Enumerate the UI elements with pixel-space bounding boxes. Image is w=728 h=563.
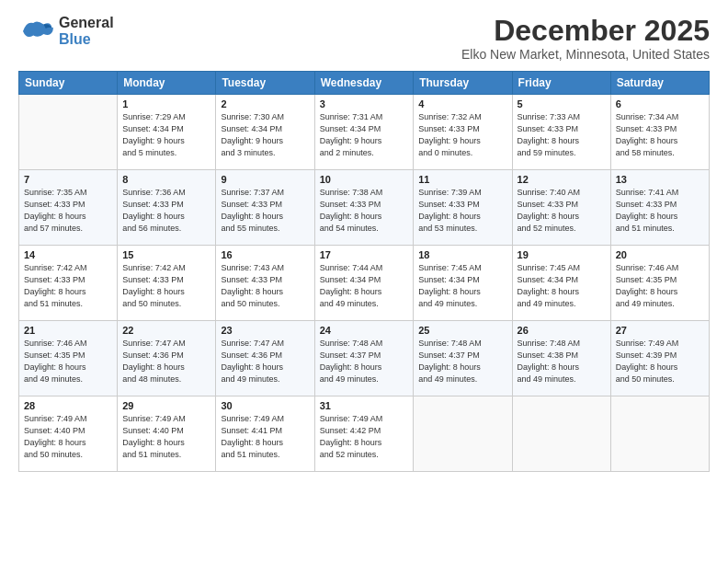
day-info: Sunrise: 7:32 AM Sunset: 4:33 PM Dayligh… bbox=[418, 111, 506, 159]
calendar-cell: 5Sunrise: 7:33 AM Sunset: 4:33 PM Daylig… bbox=[512, 95, 610, 170]
calendar-cell: 28Sunrise: 7:49 AM Sunset: 4:40 PM Dayli… bbox=[19, 396, 118, 472]
day-number: 26 bbox=[518, 325, 606, 336]
day-number: 28 bbox=[24, 400, 112, 411]
calendar-cell: 15Sunrise: 7:42 AM Sunset: 4:33 PM Dayli… bbox=[118, 246, 216, 321]
calendar-week-2: 7Sunrise: 7:35 AM Sunset: 4:33 PM Daylig… bbox=[19, 170, 710, 246]
logo: General Blue bbox=[18, 15, 114, 48]
calendar-cell: 23Sunrise: 7:47 AM Sunset: 4:36 PM Dayli… bbox=[216, 321, 314, 396]
day-info: Sunrise: 7:49 AM Sunset: 4:40 PM Dayligh… bbox=[24, 413, 112, 461]
day-number: 6 bbox=[616, 98, 704, 109]
day-info: Sunrise: 7:48 AM Sunset: 4:38 PM Dayligh… bbox=[518, 338, 606, 385]
calendar-cell: 19Sunrise: 7:45 AM Sunset: 4:34 PM Dayli… bbox=[512, 246, 610, 321]
day-number: 15 bbox=[122, 249, 210, 260]
day-number: 8 bbox=[122, 174, 210, 185]
day-info: Sunrise: 7:35 AM Sunset: 4:33 PM Dayligh… bbox=[24, 187, 112, 235]
day-info: Sunrise: 7:31 AM Sunset: 4:34 PM Dayligh… bbox=[320, 111, 409, 159]
day-info: Sunrise: 7:42 AM Sunset: 4:33 PM Dayligh… bbox=[122, 262, 210, 310]
day-info: Sunrise: 7:49 AM Sunset: 4:40 PM Dayligh… bbox=[122, 413, 210, 461]
day-info: Sunrise: 7:45 AM Sunset: 4:34 PM Dayligh… bbox=[418, 262, 506, 310]
calendar-cell: 20Sunrise: 7:46 AM Sunset: 4:35 PM Dayli… bbox=[610, 246, 709, 321]
day-number: 21 bbox=[24, 325, 112, 336]
calendar-cell: 25Sunrise: 7:48 AM Sunset: 4:37 PM Dayli… bbox=[414, 321, 512, 396]
weekday-header-saturday: Saturday bbox=[610, 72, 709, 95]
day-number: 17 bbox=[320, 249, 409, 260]
day-info: Sunrise: 7:30 AM Sunset: 4:34 PM Dayligh… bbox=[221, 111, 309, 159]
calendar-cell: 14Sunrise: 7:42 AM Sunset: 4:33 PM Dayli… bbox=[19, 246, 118, 321]
day-number: 20 bbox=[616, 249, 704, 260]
day-number: 19 bbox=[518, 249, 606, 260]
calendar-cell: 13Sunrise: 7:41 AM Sunset: 4:33 PM Dayli… bbox=[610, 170, 709, 246]
day-info: Sunrise: 7:39 AM Sunset: 4:33 PM Dayligh… bbox=[418, 187, 506, 235]
day-number: 9 bbox=[221, 174, 309, 185]
calendar-cell: 29Sunrise: 7:49 AM Sunset: 4:40 PM Dayli… bbox=[118, 396, 216, 472]
calendar-cell bbox=[414, 396, 512, 472]
day-info: Sunrise: 7:46 AM Sunset: 4:35 PM Dayligh… bbox=[616, 262, 704, 310]
day-info: Sunrise: 7:49 AM Sunset: 4:39 PM Dayligh… bbox=[616, 338, 704, 385]
day-number: 5 bbox=[518, 98, 606, 109]
day-number: 3 bbox=[320, 98, 409, 109]
location-subtitle: Elko New Market, Minnesota, United State… bbox=[461, 47, 710, 62]
day-number: 14 bbox=[24, 249, 112, 260]
calendar-cell: 16Sunrise: 7:43 AM Sunset: 4:33 PM Dayli… bbox=[216, 246, 314, 321]
calendar-cell bbox=[19, 95, 118, 170]
day-number: 29 bbox=[122, 400, 210, 411]
day-number: 11 bbox=[418, 174, 506, 185]
calendar-table: SundayMondayTuesdayWednesdayThursdayFrid… bbox=[18, 71, 710, 472]
weekday-header-sunday: Sunday bbox=[19, 72, 118, 95]
day-info: Sunrise: 7:44 AM Sunset: 4:34 PM Dayligh… bbox=[320, 262, 409, 310]
calendar-header-row: SundayMondayTuesdayWednesdayThursdayFrid… bbox=[19, 72, 710, 95]
day-info: Sunrise: 7:34 AM Sunset: 4:33 PM Dayligh… bbox=[616, 111, 704, 159]
calendar-cell: 11Sunrise: 7:39 AM Sunset: 4:33 PM Dayli… bbox=[414, 170, 512, 246]
day-number: 4 bbox=[418, 98, 506, 109]
day-number: 1 bbox=[122, 98, 210, 109]
month-title: December 2025 bbox=[461, 15, 710, 47]
day-number: 13 bbox=[616, 174, 704, 185]
day-info: Sunrise: 7:42 AM Sunset: 4:33 PM Dayligh… bbox=[24, 262, 112, 310]
day-number: 25 bbox=[418, 325, 506, 336]
day-info: Sunrise: 7:48 AM Sunset: 4:37 PM Dayligh… bbox=[320, 338, 409, 385]
calendar-cell: 30Sunrise: 7:49 AM Sunset: 4:41 PM Dayli… bbox=[216, 396, 314, 472]
page: General Blue December 2025 Elko New Mark… bbox=[0, 0, 728, 563]
day-number: 12 bbox=[518, 174, 606, 185]
calendar-cell bbox=[512, 396, 610, 472]
day-info: Sunrise: 7:48 AM Sunset: 4:37 PM Dayligh… bbox=[418, 338, 506, 385]
day-info: Sunrise: 7:49 AM Sunset: 4:41 PM Dayligh… bbox=[221, 413, 309, 461]
day-number: 10 bbox=[320, 174, 409, 185]
calendar-cell: 9Sunrise: 7:37 AM Sunset: 4:33 PM Daylig… bbox=[216, 170, 314, 246]
weekday-header-monday: Monday bbox=[118, 72, 216, 95]
weekday-header-wednesday: Wednesday bbox=[314, 72, 414, 95]
calendar-week-5: 28Sunrise: 7:49 AM Sunset: 4:40 PM Dayli… bbox=[19, 396, 710, 472]
calendar-cell: 27Sunrise: 7:49 AM Sunset: 4:39 PM Dayli… bbox=[610, 321, 709, 396]
calendar-week-3: 14Sunrise: 7:42 AM Sunset: 4:33 PM Dayli… bbox=[19, 246, 710, 321]
day-number: 24 bbox=[320, 325, 409, 336]
calendar-cell: 22Sunrise: 7:47 AM Sunset: 4:36 PM Dayli… bbox=[118, 321, 216, 396]
day-info: Sunrise: 7:36 AM Sunset: 4:33 PM Dayligh… bbox=[122, 187, 210, 235]
calendar-cell: 4Sunrise: 7:32 AM Sunset: 4:33 PM Daylig… bbox=[414, 95, 512, 170]
calendar-cell: 31Sunrise: 7:49 AM Sunset: 4:42 PM Dayli… bbox=[314, 396, 414, 472]
day-info: Sunrise: 7:29 AM Sunset: 4:34 PM Dayligh… bbox=[122, 111, 210, 159]
day-number: 18 bbox=[418, 249, 506, 260]
day-number: 2 bbox=[221, 98, 309, 109]
day-info: Sunrise: 7:41 AM Sunset: 4:33 PM Dayligh… bbox=[616, 187, 704, 235]
logo-text: General Blue bbox=[59, 15, 114, 48]
title-block: December 2025 Elko New Market, Minnesota… bbox=[461, 15, 710, 62]
weekday-header-tuesday: Tuesday bbox=[216, 72, 314, 95]
day-info: Sunrise: 7:47 AM Sunset: 4:36 PM Dayligh… bbox=[122, 338, 210, 385]
calendar-week-4: 21Sunrise: 7:46 AM Sunset: 4:35 PM Dayli… bbox=[19, 321, 710, 396]
day-info: Sunrise: 7:45 AM Sunset: 4:34 PM Dayligh… bbox=[518, 262, 606, 310]
day-number: 22 bbox=[122, 325, 210, 336]
calendar-cell: 21Sunrise: 7:46 AM Sunset: 4:35 PM Dayli… bbox=[19, 321, 118, 396]
day-number: 16 bbox=[221, 249, 309, 260]
day-info: Sunrise: 7:47 AM Sunset: 4:36 PM Dayligh… bbox=[221, 338, 309, 385]
calendar-cell: 24Sunrise: 7:48 AM Sunset: 4:37 PM Dayli… bbox=[314, 321, 414, 396]
day-number: 23 bbox=[221, 325, 309, 336]
calendar-week-1: 1Sunrise: 7:29 AM Sunset: 4:34 PM Daylig… bbox=[19, 95, 710, 170]
day-number: 30 bbox=[221, 400, 309, 411]
calendar-cell: 2Sunrise: 7:30 AM Sunset: 4:34 PM Daylig… bbox=[216, 95, 314, 170]
day-number: 31 bbox=[320, 400, 409, 411]
logo-icon bbox=[18, 17, 55, 45]
weekday-header-friday: Friday bbox=[512, 72, 610, 95]
day-info: Sunrise: 7:33 AM Sunset: 4:33 PM Dayligh… bbox=[518, 111, 606, 159]
weekday-header-thursday: Thursday bbox=[414, 72, 512, 95]
day-info: Sunrise: 7:49 AM Sunset: 4:42 PM Dayligh… bbox=[320, 413, 409, 461]
